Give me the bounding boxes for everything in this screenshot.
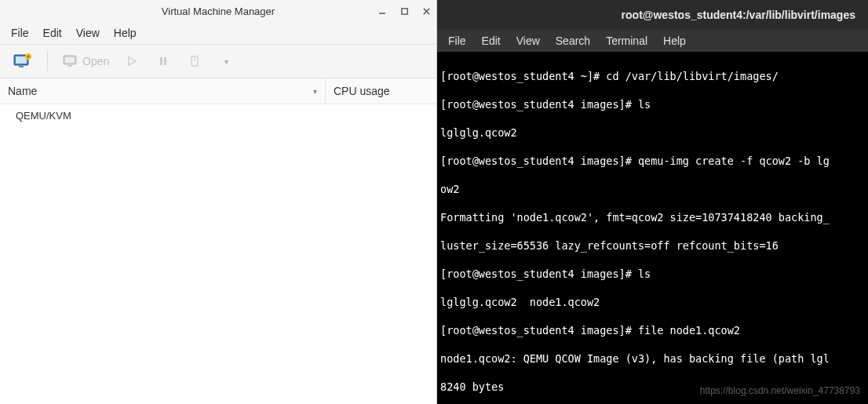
svg-rect-6	[19, 66, 24, 67]
open-button[interactable]: Open	[59, 49, 112, 73]
svg-rect-12	[67, 65, 72, 67]
term-menu-view[interactable]: View	[516, 35, 540, 47]
column-cpu-label: CPU usage	[334, 85, 390, 97]
menu-edit[interactable]: Edit	[43, 27, 62, 39]
vmm-title: Virtual Machine Manager	[162, 5, 275, 17]
svg-rect-5	[16, 56, 27, 64]
column-header-name[interactable]: Name ▾	[0, 78, 326, 104]
term-menu-terminal[interactable]: Terminal	[606, 35, 647, 47]
terminal-titlebar: root@westos_student4:/var/lib/libvirt/im…	[437, 0, 868, 30]
term-menu-file[interactable]: File	[448, 35, 466, 47]
svg-marker-13	[129, 57, 136, 65]
maximize-button[interactable]	[399, 5, 410, 16]
svg-rect-14	[160, 57, 162, 65]
close-button[interactable]	[421, 5, 432, 16]
open-label: Open	[82, 55, 109, 67]
svg-rect-1	[401, 8, 407, 13]
menu-file[interactable]: File	[11, 27, 29, 39]
terminal-line: [root@westos_student4 images]# ls	[440, 97, 865, 111]
vmm-titlebar: Virtual Machine Manager	[0, 0, 436, 22]
terminal-line: lglglg.qcow2 node1.qcow2	[440, 295, 865, 309]
menu-help[interactable]: Help	[114, 27, 137, 39]
terminal-line: node1.qcow2: QEMU QCOW Image (v3), has b…	[440, 351, 865, 366]
vmm-menubar: File Edit View Help	[0, 22, 436, 45]
pause-button[interactable]	[151, 49, 175, 73]
terminal-line: [root@westos_student4 ~]# cd /var/lib/li…	[440, 69, 865, 83]
term-menu-search[interactable]: Search	[556, 35, 590, 47]
sort-arrow-icon: ▾	[313, 87, 317, 96]
new-vm-button[interactable]	[9, 49, 36, 73]
vmm-column-headers: Name ▾ CPU usage	[0, 78, 436, 104]
terminal-menubar: File Edit View Search Terminal Help	[437, 30, 868, 52]
vmm-toolbar: Open ▾	[0, 45, 436, 78]
terminal-line: [root@westos_student4 images]# file node…	[440, 323, 865, 337]
column-name-label: Name	[8, 85, 37, 97]
list-item[interactable]: QEMU/KVM	[0, 104, 436, 127]
window-controls	[377, 5, 432, 16]
connection-name: QEMU/KVM	[16, 110, 71, 122]
term-menu-help[interactable]: Help	[663, 35, 686, 47]
toolbar-divider	[47, 51, 48, 71]
terminal-line: lglglg.qcow2	[440, 126, 865, 140]
terminal-line: [root@westos_student4 images]# qemu-img …	[440, 154, 865, 168]
svg-rect-11	[65, 57, 75, 63]
run-button[interactable]	[120, 49, 144, 73]
vmm-window: Virtual Machine Manager File Edit View H…	[0, 0, 437, 404]
svg-rect-15	[164, 57, 166, 65]
menu-view[interactable]: View	[76, 27, 100, 39]
term-menu-edit[interactable]: Edit	[482, 35, 501, 47]
minimize-button[interactable]	[377, 5, 388, 16]
terminal-line: luster_size=65536 lazy_refcounts=off ref…	[440, 238, 865, 253]
terminal-window: root@westos_student4:/var/lib/libvirt/im…	[437, 0, 868, 404]
terminal-line: ow2	[440, 182, 865, 196]
terminal-line: [root@westos_student4 images]# ls	[440, 267, 865, 281]
terminal-body[interactable]: [root@westos_student4 ~]# cd /var/lib/li…	[437, 52, 868, 404]
watermark: https://blog.csdn.net/weixin_47738793	[700, 384, 860, 398]
shutdown-dropdown[interactable]: ▾	[214, 49, 238, 73]
terminal-title: root@westos_student4:/var/lib/libvirt/im…	[622, 9, 855, 21]
vmm-list[interactable]: QEMU/KVM	[0, 104, 436, 404]
column-header-cpu[interactable]: CPU usage	[326, 78, 436, 104]
terminal-line: Formatting 'node1.qcow2', fmt=qcow2 size…	[440, 210, 865, 224]
shutdown-button[interactable]	[183, 49, 206, 73]
